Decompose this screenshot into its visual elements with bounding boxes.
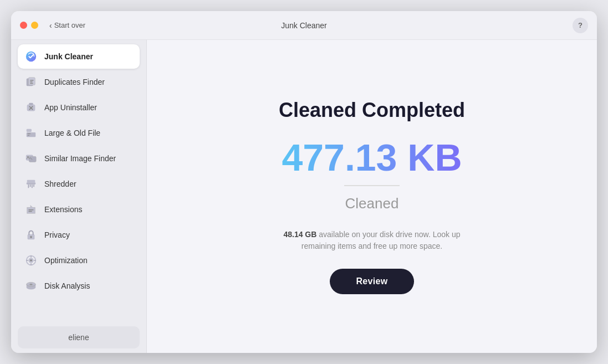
chevron-left-icon: ‹ <box>49 21 52 30</box>
sidebar-item-app-uninstaller[interactable]: App Uninstaller <box>18 95 140 120</box>
sidebar-item-junk-cleaner-label: Junk Cleaner <box>44 52 93 61</box>
sidebar-item-large-old-file[interactable]: Large & Old File <box>18 121 140 145</box>
sidebar-item-app-uninstaller-label: App Uninstaller <box>44 103 97 112</box>
svg-rect-23 <box>28 209 33 210</box>
content-area: Junk Cleaner Duplicates Finder <box>11 40 597 353</box>
sidebar-item-extensions[interactable]: Extensions <box>18 197 140 222</box>
disk-analysis-icon <box>24 279 38 293</box>
main-content-area: Cleaned Completed 477.13 KB Cleaned 48.1… <box>147 40 597 353</box>
minimize-button[interactable] <box>31 22 38 29</box>
disk-info: 48.14 GB available on your disk drive no… <box>278 229 466 252</box>
sidebar-item-duplicates-finder[interactable]: Duplicates Finder <box>18 70 140 94</box>
junk-cleaner-icon <box>24 50 38 63</box>
svg-rect-18 <box>27 180 35 183</box>
sidebar-item-shredder-label: Shredder <box>44 180 76 188</box>
privacy-icon <box>24 228 38 242</box>
extensions-icon <box>24 203 38 216</box>
start-over-label: Start over <box>54 21 85 29</box>
svg-rect-13 <box>28 135 30 136</box>
cleaned-label: Cleaned <box>345 195 399 212</box>
svg-rect-5 <box>30 83 33 84</box>
user-profile[interactable]: eliene <box>18 326 140 348</box>
page-title: Junk Cleaner <box>281 21 327 30</box>
svg-rect-21 <box>32 184 33 188</box>
svg-rect-20 <box>30 184 31 187</box>
svg-point-30 <box>30 259 32 262</box>
svg-rect-15 <box>29 156 36 162</box>
start-over-button[interactable]: ‹ Start over <box>49 21 85 30</box>
svg-rect-19 <box>28 184 29 188</box>
svg-rect-22 <box>33 184 34 187</box>
sidebar-item-similar-image-finder-label: Similar Image Finder <box>44 154 116 163</box>
shredder-icon <box>24 177 38 191</box>
sidebar-item-privacy-label: Privacy <box>44 230 70 239</box>
completion-title: Cleaned Completed <box>279 99 465 122</box>
sidebar-item-optimization-label: Optimization <box>44 256 88 265</box>
duplicates-finder-icon <box>24 75 38 89</box>
svg-rect-17 <box>27 182 36 184</box>
sidebar-item-similar-image-finder[interactable]: Similar Image Finder <box>18 146 140 171</box>
svg-rect-12 <box>28 134 31 134</box>
similar-image-finder-icon <box>24 152 38 165</box>
sidebar-spacer <box>18 299 140 326</box>
svg-rect-24 <box>28 211 32 212</box>
app-window: ‹ Start over Junk Cleaner ? <box>11 11 597 353</box>
sidebar-item-large-old-file-label: Large & Old File <box>44 129 100 137</box>
svg-rect-2 <box>28 78 35 85</box>
sidebar-item-privacy[interactable]: Privacy <box>18 223 140 247</box>
svg-point-33 <box>29 284 33 285</box>
optimization-icon <box>24 254 38 267</box>
review-button[interactable]: Review <box>330 269 415 294</box>
svg-rect-11 <box>27 132 36 137</box>
user-name: eliene <box>68 333 89 342</box>
svg-rect-3 <box>30 80 33 80</box>
app-uninstaller-icon <box>24 101 38 114</box>
titlebar: ‹ Start over Junk Cleaner ? <box>11 11 597 40</box>
sidebar: Junk Cleaner Duplicates Finder <box>11 40 147 353</box>
svg-rect-7 <box>29 103 33 105</box>
sidebar-item-duplicates-finder-label: Duplicates Finder <box>44 78 105 86</box>
sidebar-item-optimization[interactable]: Optimization <box>18 248 140 273</box>
close-button[interactable] <box>20 22 27 29</box>
svg-rect-10 <box>27 129 32 132</box>
sidebar-item-extensions-label: Extensions <box>44 205 82 214</box>
svg-rect-4 <box>30 81 33 82</box>
large-old-file-icon <box>24 126 38 140</box>
help-icon: ? <box>578 21 583 29</box>
sidebar-item-junk-cleaner[interactable]: Junk Cleaner <box>18 44 140 69</box>
svg-rect-27 <box>30 237 31 238</box>
sidebar-item-shredder[interactable]: Shredder <box>18 172 140 196</box>
disk-info-text: available on your disk drive now. Look u… <box>302 230 461 250</box>
disk-gb: 48.14 GB <box>283 230 316 239</box>
sidebar-item-disk-analysis[interactable]: Disk Analysis <box>18 274 140 298</box>
divider <box>344 185 400 186</box>
cleaned-amount: 477.13 KB <box>282 139 462 176</box>
sidebar-item-disk-analysis-label: Disk Analysis <box>44 281 90 290</box>
help-button[interactable]: ? <box>573 18 588 33</box>
traffic-lights <box>20 22 38 29</box>
